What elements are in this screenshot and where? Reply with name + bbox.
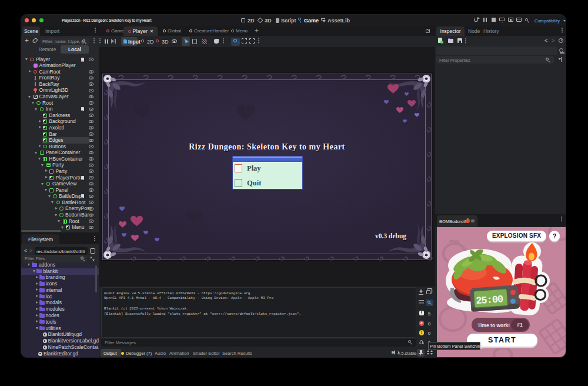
svg-text:25:00: 25:00 xyxy=(476,294,504,307)
